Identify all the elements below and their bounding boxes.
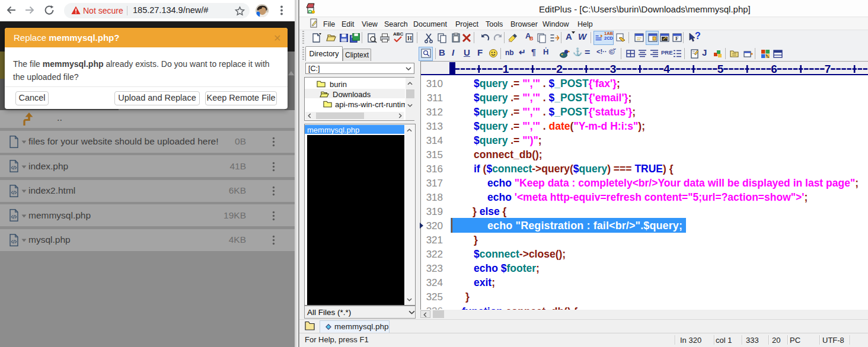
svg-text:1: 1 xyxy=(503,63,509,75)
svg-text:5: 5 xyxy=(717,63,724,75)
svg-text:4: 4 xyxy=(663,63,670,75)
svg-text:H: H xyxy=(407,35,412,41)
svg-text:6: 6 xyxy=(771,63,777,75)
svg-text:3: 3 xyxy=(610,63,617,75)
svg-text:7: 7 xyxy=(825,63,831,75)
svg-text:F: F xyxy=(675,36,679,41)
svg-text:2: 2 xyxy=(556,63,563,75)
